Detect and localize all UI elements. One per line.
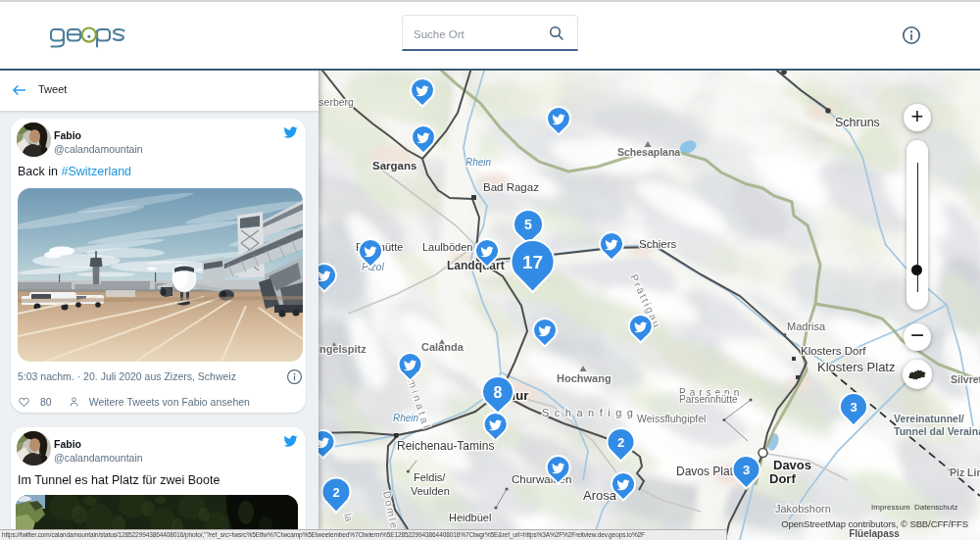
svg-text:2: 2 — [332, 485, 339, 500]
svg-text:Piz Linard: Piz Linard — [950, 466, 980, 478]
svg-text:Veulden: Veulden — [411, 485, 450, 497]
svg-text:Vereinatunnel/: Vereinatunnel/ — [894, 413, 964, 424]
svg-text:Flumserberg: Flumserberg — [318, 96, 354, 108]
svg-text:3: 3 — [850, 400, 857, 415]
svg-text:Schanfigg: Schanfigg — [542, 407, 638, 418]
svg-text:Bad Ragaz: Bad Ragaz — [483, 181, 539, 193]
svg-text:Sargans: Sargans — [372, 160, 416, 172]
svg-text:Dorf: Dorf — [769, 471, 796, 486]
svg-text:Silvretta: Silvretta — [951, 373, 980, 385]
svg-text:Ringelspitz: Ringelspitz — [318, 343, 367, 355]
svg-text:Davos: Davos — [773, 458, 811, 472]
svg-text:Davos Platz: Davos Platz — [676, 465, 739, 478]
svg-text:Klosters Platz: Klosters Platz — [817, 360, 895, 374]
svg-text:3: 3 — [743, 463, 750, 477]
svg-text:Heidbüel: Heidbüel — [449, 512, 491, 523]
svg-text:Calanda: Calanda — [421, 341, 465, 353]
svg-text:Reichenau-Tamins: Reichenau-Tamins — [397, 439, 494, 453]
svg-text:Madrisa: Madrisa — [787, 320, 826, 332]
svg-text:Rhein: Rhein — [393, 413, 419, 423]
svg-text:Laulböden: Laulböden — [422, 241, 472, 253]
svg-text:Feldis/: Feldis/ — [414, 471, 446, 483]
svg-text:Klosters Dorf: Klosters Dorf — [801, 345, 866, 357]
svg-text:2: 2 — [617, 435, 624, 450]
svg-text:Weissfluhgipfel: Weissfluhgipfel — [637, 413, 706, 424]
svg-text:Landquart: Landquart — [447, 259, 505, 272]
svg-text:Parsennhütte: Parsennhütte — [679, 394, 738, 405]
svg-text:Jakobshorn: Jakobshorn — [775, 503, 831, 515]
svg-text:Schesaplana: Schesaplana — [617, 146, 680, 158]
svg-text:Tunnel dal Veraina: Tunnel dal Veraina — [894, 425, 980, 437]
svg-text:Arosa: Arosa — [583, 488, 617, 503]
svg-text:Flüelapass: Flüelapass — [849, 528, 900, 539]
svg-text:Hochwang: Hochwang — [557, 372, 612, 384]
svg-text:Rhein: Rhein — [466, 157, 492, 168]
svg-text:17: 17 — [522, 252, 543, 272]
svg-text:Schruns: Schruns — [835, 116, 880, 129]
svg-text:8: 8 — [494, 384, 503, 401]
svg-text:Schiers: Schiers — [639, 238, 677, 250]
svg-text:5: 5 — [524, 217, 532, 232]
